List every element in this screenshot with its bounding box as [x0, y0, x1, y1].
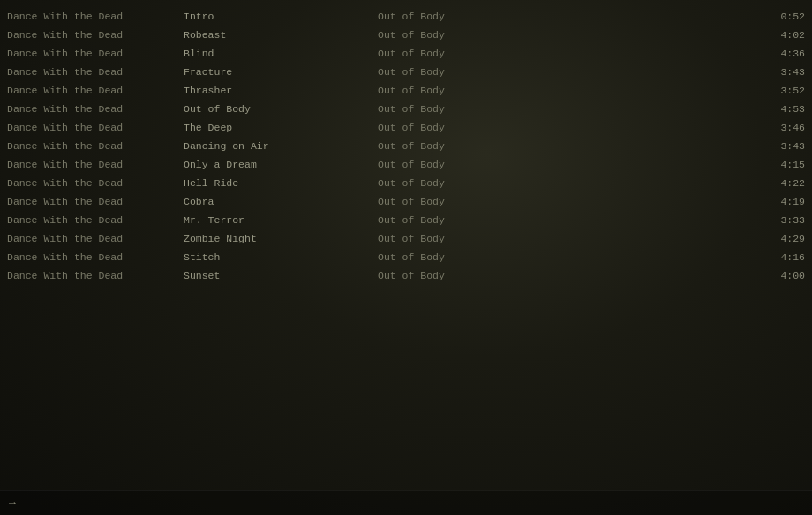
track-list: Dance With the DeadIntroOut of Body0:52D… — [0, 0, 812, 288]
track-album: Out of Body — [378, 101, 752, 116]
track-album: Out of Body — [378, 157, 752, 172]
track-duration: 4:29 — [752, 231, 805, 246]
track-title: Mr. Terror — [184, 213, 378, 228]
track-duration: 4:15 — [752, 157, 805, 172]
table-row[interactable]: Dance With the DeadRobeastOut of Body4:0… — [0, 26, 812, 44]
track-duration: 3:33 — [752, 213, 805, 228]
track-artist: Dance With the Dead — [7, 213, 184, 228]
table-row[interactable]: Dance With the DeadDancing on AirOut of … — [0, 137, 812, 155]
track-album: Out of Body — [378, 120, 752, 135]
track-title: Robeast — [184, 27, 378, 42]
table-row[interactable]: Dance With the DeadCobraOut of Body4:19 — [0, 192, 812, 211]
track-duration: 3:43 — [752, 64, 805, 79]
track-artist: Dance With the Dead — [7, 27, 184, 42]
table-row[interactable]: Dance With the DeadBlindOut of Body4:36 — [0, 44, 812, 63]
track-duration: 4:22 — [752, 175, 805, 190]
track-title: Dancing on Air — [184, 138, 378, 153]
track-artist: Dance With the Dead — [7, 83, 184, 98]
track-artist: Dance With the Dead — [7, 157, 184, 172]
track-album: Out of Body — [378, 213, 752, 228]
track-duration: 4:53 — [752, 101, 805, 116]
table-row[interactable]: Dance With the DeadOnly a DreamOut of Bo… — [0, 155, 812, 174]
track-album: Out of Body — [378, 64, 752, 79]
track-album: Out of Body — [378, 231, 752, 246]
track-album: Out of Body — [378, 268, 752, 283]
track-duration: 3:46 — [752, 120, 805, 135]
table-row[interactable]: Dance With the DeadHell RideOut of Body4… — [0, 174, 812, 192]
track-title: Only a Dream — [184, 157, 378, 172]
bottom-bar: → — [0, 490, 812, 515]
track-duration: 4:02 — [752, 27, 805, 42]
track-artist: Dance With the Dead — [7, 46, 184, 61]
track-duration: 0:52 — [752, 9, 805, 24]
track-artist: Dance With the Dead — [7, 231, 184, 246]
track-duration: 4:00 — [752, 268, 805, 283]
arrow-icon: → — [9, 496, 16, 510]
track-album: Out of Body — [378, 27, 752, 42]
track-artist: Dance With the Dead — [7, 175, 184, 190]
table-row[interactable]: Dance With the DeadSunsetOut of Body4:00 — [0, 266, 812, 285]
track-artist: Dance With the Dead — [7, 101, 184, 116]
track-title: Zombie Night — [184, 231, 378, 246]
track-duration: 4:16 — [752, 250, 805, 265]
table-row[interactable]: Dance With the DeadMr. TerrorOut of Body… — [0, 211, 812, 229]
track-album: Out of Body — [378, 83, 752, 98]
track-title: Hell Ride — [184, 175, 378, 190]
track-album: Out of Body — [378, 175, 752, 190]
track-artist: Dance With the Dead — [7, 194, 184, 209]
track-duration: 3:52 — [752, 83, 805, 98]
track-album: Out of Body — [378, 9, 752, 24]
table-row[interactable]: Dance With the DeadThrasherOut of Body3:… — [0, 81, 812, 100]
track-album: Out of Body — [378, 194, 752, 209]
track-title: Blind — [184, 46, 378, 61]
track-title: Intro — [184, 9, 378, 24]
track-artist: Dance With the Dead — [7, 9, 184, 24]
track-title: Out of Body — [184, 101, 378, 116]
table-row[interactable]: Dance With the DeadZombie NightOut of Bo… — [0, 229, 812, 248]
track-album: Out of Body — [378, 46, 752, 61]
track-artist: Dance With the Dead — [7, 64, 184, 79]
track-artist: Dance With the Dead — [7, 120, 184, 135]
track-album: Out of Body — [378, 138, 752, 153]
track-title: Fracture — [184, 64, 378, 79]
track-title: The Deep — [184, 120, 378, 135]
table-row[interactable]: Dance With the DeadThe DeepOut of Body3:… — [0, 118, 812, 137]
track-duration: 3:43 — [752, 138, 805, 153]
track-artist: Dance With the Dead — [7, 250, 184, 265]
track-title: Thrasher — [184, 83, 378, 98]
track-album: Out of Body — [378, 250, 752, 265]
table-row[interactable]: Dance With the DeadOut of BodyOut of Bod… — [0, 100, 812, 118]
track-title: Stitch — [184, 250, 378, 265]
table-row[interactable]: Dance With the DeadFractureOut of Body3:… — [0, 63, 812, 81]
track-title: Cobra — [184, 194, 378, 209]
track-artist: Dance With the Dead — [7, 138, 184, 153]
table-row[interactable]: Dance With the DeadIntroOut of Body0:52 — [0, 7, 812, 26]
track-artist: Dance With the Dead — [7, 268, 184, 283]
track-duration: 4:19 — [752, 194, 805, 209]
track-title: Sunset — [184, 268, 378, 283]
table-row[interactable]: Dance With the DeadStitchOut of Body4:16 — [0, 248, 812, 266]
track-duration: 4:36 — [752, 46, 805, 61]
